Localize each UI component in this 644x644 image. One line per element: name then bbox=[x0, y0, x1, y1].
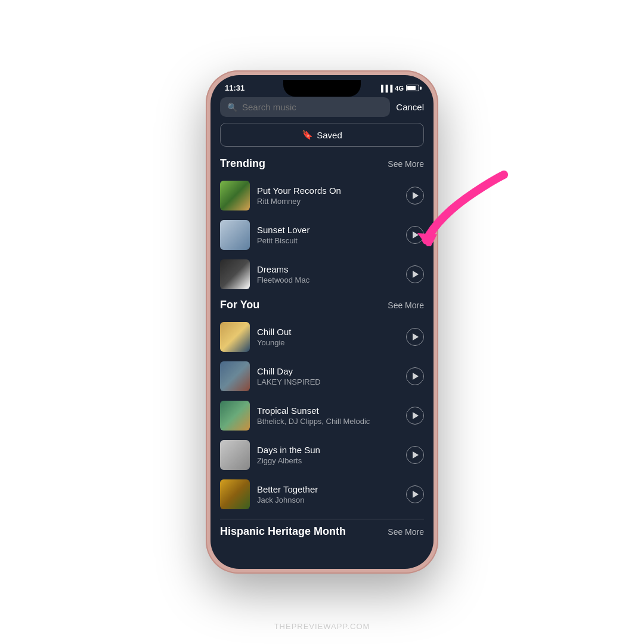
play-icon-6 bbox=[413, 412, 419, 419]
track-name-2: Sunset Lover bbox=[257, 225, 399, 235]
for-you-track-2: Chill Day LAKEY INSPIRED bbox=[220, 358, 424, 395]
phone-frame: 11:31 ▐▐▐ 4G 🔍 Cancel 🔖 bbox=[206, 70, 438, 574]
track-name-1: Put Your Records On bbox=[257, 185, 399, 196]
play-icon-8 bbox=[413, 491, 419, 498]
screen-content: 🔍 Cancel 🔖 Saved Trending See More Put Y… bbox=[210, 97, 434, 561]
play-button-2[interactable] bbox=[406, 226, 424, 244]
play-icon-2 bbox=[413, 231, 419, 239]
track-info-2: Sunset Lover Petit Biscuit bbox=[257, 225, 399, 245]
track-name-6: Tropical Sunset bbox=[257, 405, 399, 416]
network-type: 4G bbox=[395, 85, 404, 92]
search-row: 🔍 Cancel bbox=[220, 97, 424, 117]
search-icon: 🔍 bbox=[227, 103, 237, 112]
trending-track-1: Put Your Records On Ritt Momney bbox=[220, 177, 424, 214]
play-icon-4 bbox=[413, 333, 419, 340]
album-art-chillday bbox=[220, 361, 250, 391]
cancel-button[interactable]: Cancel bbox=[396, 102, 424, 112]
for-you-see-more[interactable]: See More bbox=[388, 301, 424, 310]
artist-name-5: LAKEY INSPIRED bbox=[257, 377, 399, 386]
track-info-6: Tropical Sunset Bthelick, DJ Clipps, Chi… bbox=[257, 405, 399, 426]
for-you-track-5: Better Together Jack Johnson bbox=[220, 476, 424, 513]
track-name-7: Days in the Sun bbox=[257, 445, 399, 455]
album-art-sunset bbox=[220, 220, 250, 250]
play-button-8[interactable] bbox=[406, 485, 424, 503]
play-button-6[interactable] bbox=[406, 407, 424, 425]
artist-name-7: Ziggy Alberts bbox=[257, 456, 399, 465]
track-name-5: Chill Day bbox=[257, 366, 399, 376]
for-you-title: For You bbox=[220, 299, 259, 311]
trending-section-header: Trending See More bbox=[220, 157, 424, 170]
play-icon-5 bbox=[413, 373, 419, 380]
battery-icon bbox=[406, 85, 419, 91]
track-info-5: Chill Day LAKEY INSPIRED bbox=[257, 366, 399, 386]
play-icon-3 bbox=[413, 271, 419, 278]
album-art-days bbox=[220, 440, 250, 470]
track-info-7: Days in the Sun Ziggy Alberts bbox=[257, 445, 399, 465]
play-icon-7 bbox=[413, 451, 419, 459]
for-you-track-4: Days in the Sun Ziggy Alberts bbox=[220, 436, 424, 473]
for-you-track-1: Chill Out Youngie bbox=[220, 318, 424, 355]
trending-title: Trending bbox=[220, 157, 265, 170]
track-info-8: Better Together Jack Johnson bbox=[257, 484, 399, 504]
bookmark-icon: 🔖 bbox=[302, 129, 313, 140]
phone-screen: 11:31 ▐▐▐ 4G 🔍 Cancel 🔖 bbox=[210, 75, 434, 569]
track-name-3: Dreams bbox=[257, 264, 399, 274]
trending-see-more[interactable]: See More bbox=[388, 159, 424, 169]
track-info-1: Put Your Records On Ritt Momney bbox=[257, 185, 399, 206]
artist-name-6: Bthelick, DJ Clipps, Chill Melodic bbox=[257, 417, 399, 426]
status-icons: ▐▐▐ 4G bbox=[379, 85, 419, 92]
for-you-track-3: Tropical Sunset Bthelick, DJ Clipps, Chi… bbox=[220, 397, 424, 434]
album-art-chillout bbox=[220, 322, 250, 352]
search-input[interactable] bbox=[242, 102, 383, 112]
hispanic-see-more[interactable]: See More bbox=[388, 527, 424, 537]
play-button-1[interactable] bbox=[406, 187, 424, 205]
hispanic-section-header: Hispanic Heritage Month See More bbox=[220, 519, 424, 538]
time-display: 11:31 bbox=[225, 83, 244, 92]
trending-track-3: Dreams Fleetwood Mac bbox=[220, 256, 424, 293]
signal-bars-icon: ▐▐▐ bbox=[379, 85, 392, 92]
album-art-records bbox=[220, 181, 250, 210]
trending-track-2: Sunset Lover Petit Biscuit bbox=[220, 216, 424, 253]
play-button-4[interactable] bbox=[406, 328, 424, 346]
saved-label: Saved bbox=[317, 130, 342, 140]
artist-name-4: Youngie bbox=[257, 338, 399, 347]
phone-notch bbox=[283, 80, 361, 97]
play-icon-1 bbox=[413, 192, 419, 199]
play-button-5[interactable] bbox=[406, 367, 424, 385]
play-button-7[interactable] bbox=[406, 446, 424, 464]
album-art-tropical bbox=[220, 401, 250, 431]
play-button-3[interactable] bbox=[406, 265, 424, 283]
artist-name-1: Ritt Momney bbox=[257, 197, 399, 206]
track-info-3: Dreams Fleetwood Mac bbox=[257, 264, 399, 284]
artist-name-3: Fleetwood Mac bbox=[257, 275, 399, 284]
track-name-4: Chill Out bbox=[257, 327, 399, 337]
track-info-4: Chill Out Youngie bbox=[257, 327, 399, 347]
hispanic-title: Hispanic Heritage Month bbox=[220, 525, 346, 538]
watermark: THEPREVIEWAPP.COM bbox=[274, 622, 370, 631]
for-you-section-header: For You See More bbox=[220, 299, 424, 311]
artist-name-2: Petit Biscuit bbox=[257, 236, 399, 245]
album-art-better bbox=[220, 479, 250, 509]
album-art-dreams bbox=[220, 259, 250, 289]
search-bar[interactable]: 🔍 bbox=[220, 97, 390, 117]
track-name-8: Better Together bbox=[257, 484, 399, 494]
artist-name-8: Jack Johnson bbox=[257, 496, 399, 504]
saved-button[interactable]: 🔖 Saved bbox=[220, 123, 424, 147]
